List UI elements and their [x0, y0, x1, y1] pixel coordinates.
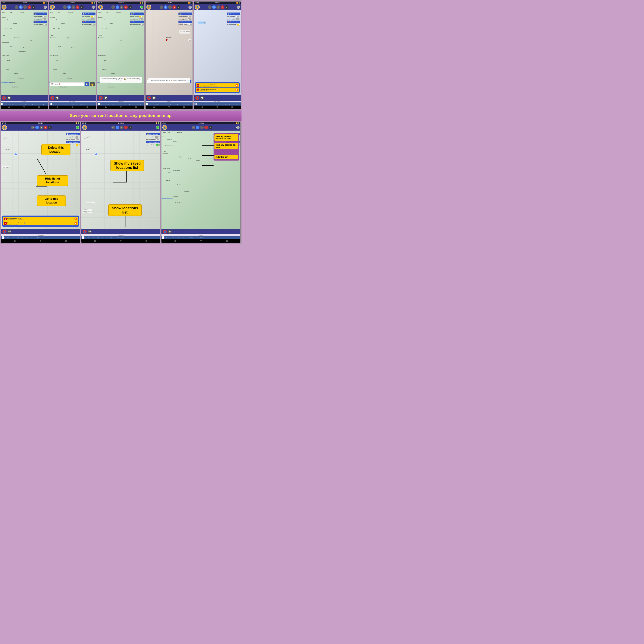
tid-3e[interactable]: ≡ [128, 5, 132, 9]
tid-5b[interactable]: ↻ [212, 5, 216, 9]
sb-2[interactable] [72, 106, 73, 108]
ltsw-1a[interactable] [75, 136, 78, 138]
sys-square-1[interactable] [38, 106, 40, 108]
lni-u1[interactable]: 👤 [2, 230, 6, 234]
ti-info-2[interactable]: i [72, 5, 75, 9]
lslbtn-2[interactable]: 📍 Show Locations [146, 141, 160, 143]
ti-x-2[interactable]: ✕ [76, 5, 79, 9]
lni-m1[interactable]: 💬 [7, 230, 11, 234]
lslbtn-1[interactable]: 📍 Show Locations [66, 141, 80, 143]
toggle-pos-1[interactable] [42, 16, 46, 17]
tid-4b[interactable]: ↻ [164, 5, 167, 9]
slbtn-4[interactable]: 📍 Show Locations [178, 21, 192, 23]
tsw-3c[interactable] [140, 24, 144, 25]
ltid-2e[interactable]: ≡ [128, 126, 132, 129]
ltsw-1c[interactable] [76, 144, 80, 146]
tsw-4b[interactable] [188, 18, 191, 20]
ltid-1a[interactable]: ⋯ [31, 126, 35, 129]
tid-4e[interactable]: ≡ [177, 5, 180, 9]
ltsw-1b[interactable] [75, 138, 79, 140]
toolbar-icon-info-1[interactable]: i [23, 5, 27, 9]
ni-u5[interactable]: 👤 [195, 96, 199, 100]
slbtn-3[interactable]: 📍 Show Locations [130, 21, 144, 23]
ltid-1d[interactable]: ✕ [44, 126, 47, 129]
ldel-home-1[interactable]: 🗑 [4, 222, 7, 225]
tid-3c[interactable]: i [120, 5, 123, 9]
tid-5a[interactable]: ⋯ [208, 5, 212, 9]
tid-3a[interactable]: ⋯ [111, 5, 115, 9]
sys-back-1[interactable] [23, 106, 25, 108]
ltsw-2a[interactable] [155, 136, 159, 138]
del-home-5[interactable]: 🗑 [197, 89, 199, 91]
ni-m3[interactable]: 💬 [104, 96, 108, 100]
tsw-5a[interactable] [236, 16, 239, 17]
slb-5[interactable]: 💾 Save Locations [227, 13, 240, 15]
lgo-home-1[interactable]: ▶ [74, 222, 77, 225]
slbtn-2[interactable]: 📍 Show Locations [82, 21, 95, 23]
tid-4d[interactable]: ✕ [172, 5, 176, 9]
show-locations-btn-1[interactable]: 📍 Show Locations [34, 21, 47, 23]
ltsw-2c[interactable] [156, 144, 160, 146]
ltid-1b[interactable]: ↻ [35, 126, 39, 129]
tid-4c[interactable]: i [168, 5, 172, 9]
toolbar-icon-close-1[interactable]: ✕ [28, 5, 31, 9]
ni-m5[interactable]: 💬 [200, 96, 204, 100]
tid-3d[interactable]: ✕ [124, 5, 128, 9]
ltid-3b[interactable]: ↻ [196, 126, 199, 129]
tid-5e[interactable]: ≡ [225, 5, 229, 9]
lgo-gym-1[interactable]: ▶ [74, 218, 77, 220]
ltid-2b[interactable]: ↻ [116, 126, 119, 129]
nav-msg-1[interactable]: 💬 [7, 96, 11, 100]
ni-msg-2[interactable]: 💬 [55, 96, 59, 100]
tid-3b[interactable]: ↻ [116, 5, 119, 9]
ni-u4[interactable]: 👤 [147, 96, 151, 100]
toggle-saved-1[interactable] [44, 24, 47, 25]
tsw-3b[interactable] [139, 18, 143, 20]
nav-user-1[interactable]: 👤 [2, 96, 6, 100]
toolbar-icon-refresh-1[interactable]: ↻ [19, 5, 23, 9]
ss-2[interactable] [87, 106, 88, 108]
ltid-3a[interactable]: ⋯ [192, 126, 195, 129]
ltid-2d[interactable]: ✕ [124, 126, 128, 129]
sys-circle-1[interactable] [8, 106, 10, 108]
slb-4[interactable]: 💾 Save Locations [178, 13, 192, 15]
ni-u3[interactable]: 👤 [99, 96, 103, 100]
save-locations-btn-1[interactable]: 💾 Save Locations [34, 13, 47, 15]
tsw-4c[interactable] [189, 24, 192, 25]
ti-dots-2[interactable]: ⋯ [63, 5, 67, 9]
go-home-5[interactable]: ▶ [235, 89, 238, 91]
toolbar-icon-menu-1[interactable]: ≡ [32, 5, 35, 9]
ltid-3e[interactable]: ≡ [209, 126, 212, 129]
tid-4a[interactable]: ⋯ [160, 5, 163, 9]
ltid-3c[interactable]: i [200, 126, 204, 129]
lslb-2[interactable]: 💾 Save Locations [146, 133, 160, 135]
ltid-1c[interactable]: i [40, 126, 43, 129]
ltid-2c[interactable]: i [120, 126, 123, 129]
ltid-1e[interactable]: ≡ [48, 126, 52, 129]
save-input-btn-2[interactable]: 💾 [85, 82, 89, 86]
go-gym-5[interactable]: ▶ [235, 84, 238, 87]
tsw-mypos-2[interactable] [91, 16, 94, 17]
tsw-4a[interactable] [187, 16, 191, 17]
ni-m4[interactable]: 💬 [152, 96, 156, 100]
toolbar-icon-dots-1[interactable]: ⋯ [15, 5, 18, 9]
slb-2[interactable]: 💾 Save Locations [82, 13, 95, 15]
ti-ref-2[interactable]: ↻ [67, 5, 71, 9]
lni-m2[interactable]: 💬 [88, 230, 92, 234]
loc-input-2[interactable]: My Home 🏠 [50, 82, 84, 86]
slb-3[interactable]: 💾 Save Locations [130, 13, 144, 15]
tsw-anypos-2[interactable] [91, 18, 95, 20]
tsw-5b[interactable] [236, 18, 239, 20]
lni-u3[interactable]: 👤 [163, 230, 167, 234]
lni-m3[interactable]: 💬 [168, 230, 172, 234]
ni-user-2[interactable]: 👤 [50, 96, 54, 100]
tid-5c[interactable]: i [216, 5, 220, 9]
lni-u2[interactable]: 👤 [83, 230, 87, 234]
ldel-gym-1[interactable]: 🗑 [4, 218, 7, 220]
ltid-2a[interactable]: ⋯ [111, 126, 115, 129]
tsw-3a[interactable] [139, 16, 143, 17]
tid-5d[interactable]: ✕ [221, 5, 224, 9]
ltid-3d[interactable]: ✕ [204, 126, 208, 129]
slbtn-5[interactable]: 📍 Show Locations [227, 21, 240, 23]
ti-menu-2[interactable]: ≡ [80, 5, 84, 9]
